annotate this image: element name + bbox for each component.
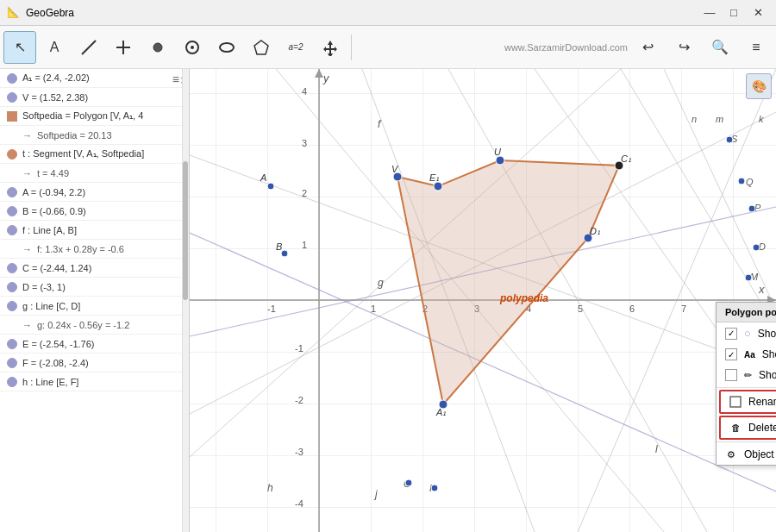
sidebar-item-B[interactable]: B = (-0.66, 0.9)	[0, 202, 189, 221]
sidebar-item-F[interactable]: F = (-2.08, -2.4)	[0, 354, 189, 372]
move-icon	[322, 39, 339, 56]
point-icon	[149, 39, 166, 56]
context-menu: Polygon poly1: Softpedia ✓ ○ Show Object…	[716, 302, 776, 466]
select-tool-button[interactable]: ↖	[3, 31, 36, 64]
segment-dot	[7, 149, 17, 160]
url-label: www.SarzamirDownload.com	[504, 42, 628, 53]
show-object-icon: ○	[744, 327, 751, 340]
svg-text:D₁: D₁	[590, 226, 600, 236]
context-menu-separator	[717, 387, 776, 388]
svg-point-51	[496, 156, 504, 165]
show-trace-checkbox[interactable]	[725, 369, 737, 381]
point-dot	[7, 92, 17, 103]
svg-point-82	[405, 479, 412, 486]
sidebar-item-V[interactable]: V = (1.52, 2.38)	[0, 88, 189, 107]
arrow-icon: →	[22, 130, 32, 141]
sidebar-item-E[interactable]: E = (-2.54, -1.76)	[0, 335, 189, 354]
show-object-checkbox[interactable]: ✓	[725, 328, 737, 340]
sidebar-item-f[interactable]: f : Line [A, B]	[0, 221, 189, 240]
circle-tool-button[interactable]	[176, 31, 209, 64]
svg-text:4: 4	[302, 86, 307, 97]
sidebar-item-C[interactable]: C = (-2.44, 1.24)	[0, 259, 189, 278]
ellipse-icon	[218, 39, 235, 56]
svg-text:l: l	[655, 443, 658, 455]
svg-text:7: 7	[681, 304, 686, 314]
show-label-icon: Aa	[744, 350, 755, 360]
main-area: ≡↕ A₁ = (2.4, -2.02) V = (1.52, 2.38) So…	[0, 69, 776, 532]
line-tool-button[interactable]	[72, 31, 105, 64]
maximize-button[interactable]: □	[723, 4, 745, 22]
svg-text:-2: -2	[295, 395, 304, 405]
sidebar-item-g-val: → g: 0.24x - 0.56y = -1.2	[0, 316, 189, 335]
show-label-checkbox[interactable]: ✓	[725, 348, 737, 360]
svg-point-75	[726, 136, 733, 143]
svg-rect-89	[730, 397, 741, 407]
sidebar-label-B: B = (-0.66, 0.9)	[22, 206, 86, 216]
polygon-dot	[7, 111, 17, 122]
show-label-item[interactable]: ✓ Aa Show Label	[717, 344, 776, 365]
sidebar: ≡↕ A₁ = (2.4, -2.02) V = (1.52, 2.38) So…	[0, 69, 190, 532]
zoom-button[interactable]: 🔍	[704, 31, 736, 64]
svg-point-7	[220, 43, 234, 52]
point-tool-button[interactable]	[141, 31, 174, 64]
svg-point-6	[191, 46, 194, 49]
show-object-item[interactable]: ✓ ○ Show Object	[717, 322, 776, 344]
close-button[interactable]: ✕	[747, 4, 769, 22]
svg-text:Q: Q	[746, 177, 754, 187]
slider-tool-button[interactable]: a=2	[279, 31, 312, 64]
ellipse-tool-button[interactable]	[210, 31, 243, 64]
point-dot	[7, 73, 17, 84]
sidebar-item-A1[interactable]: A₁ = (2.4, -2.02)	[0, 69, 189, 88]
sidebar-label-t: t : Segment [V, A₁, Softpedia]	[22, 148, 144, 160]
sidebar-item-h[interactable]: h : Line [E, F]	[0, 372, 189, 391]
svg-text:-4: -4	[295, 498, 304, 509]
sidebar-item-D[interactable]: D = (-3, 1)	[0, 278, 189, 297]
move-tool-button[interactable]	[314, 31, 347, 64]
text-tool-button[interactable]: A	[38, 31, 71, 64]
menu-button[interactable]: ≡	[740, 31, 773, 64]
svg-line-0	[82, 41, 96, 54]
sidebar-label-h: h : Line [E, F]	[22, 377, 78, 387]
object-props-item[interactable]: ⚙ Object Properties	[717, 444, 776, 465]
sidebar-item-t-val: → t = 4.49	[0, 164, 189, 183]
sidebar-label-D: D = (-3, 1)	[22, 282, 66, 292]
show-object-label: Show Object	[758, 328, 776, 340]
point-dot	[7, 187, 17, 197]
graph-canvas-area[interactable]: -1 1 2 3 4 5 6 7 8 9 4 3 2 1 -1 -2 -3 -4…	[190, 69, 776, 532]
polygon-icon	[253, 39, 270, 56]
scrollbar-thumb[interactable]	[183, 161, 188, 300]
svg-text:x: x	[758, 283, 765, 296]
object-props-icon: ⚙	[725, 448, 737, 460]
svg-point-76	[738, 178, 745, 185]
polygon-tool-button[interactable]	[245, 31, 278, 64]
point-dot	[7, 263, 17, 273]
rename-icon	[729, 396, 742, 408]
sidebar-item-g[interactable]: g : Line [C, D]	[0, 297, 189, 316]
rename-item[interactable]: Rename	[719, 390, 776, 414]
redo-button[interactable]: ↪	[667, 31, 700, 64]
minimize-button[interactable]: —	[698, 4, 721, 22]
undo-button[interactable]: ↩	[631, 31, 664, 64]
perpendicular-tool-button[interactable]	[107, 31, 140, 64]
svg-point-50	[434, 182, 442, 191]
sidebar-item-t[interactable]: t : Segment [V, A₁, Softpedia]	[0, 145, 189, 164]
sidebar-item-A[interactable]: A = (-0.94, 2.2)	[0, 183, 189, 202]
style-button[interactable]: 🎨	[746, 73, 772, 99]
svg-text:A₁: A₁	[435, 407, 446, 417]
delete-item[interactable]: 🗑 Delete	[719, 416, 776, 440]
sidebar-label-f: f : Line [A, B]	[22, 225, 77, 235]
svg-point-83	[431, 485, 438, 491]
svg-point-77	[748, 205, 755, 212]
scrollbar[interactable]	[182, 69, 189, 532]
titlebar: 📐 GeoGebra — □ ✕	[0, 0, 776, 26]
show-trace-item[interactable]: ✏ Show Trace	[717, 365, 776, 385]
svg-marker-8	[254, 41, 268, 54]
svg-text:U: U	[494, 147, 501, 157]
sidebar-item-softpedia[interactable]: Softpedia = Polygon [V, A₁, 4	[0, 107, 189, 126]
arrow-icon: →	[22, 168, 32, 178]
svg-text:polypedia: polypedia	[499, 292, 548, 304]
svg-text:g: g	[378, 277, 384, 289]
context-menu-title: Polygon poly1: Softpedia	[717, 303, 776, 322]
svg-text:3: 3	[302, 138, 307, 148]
circle-icon	[184, 39, 201, 56]
